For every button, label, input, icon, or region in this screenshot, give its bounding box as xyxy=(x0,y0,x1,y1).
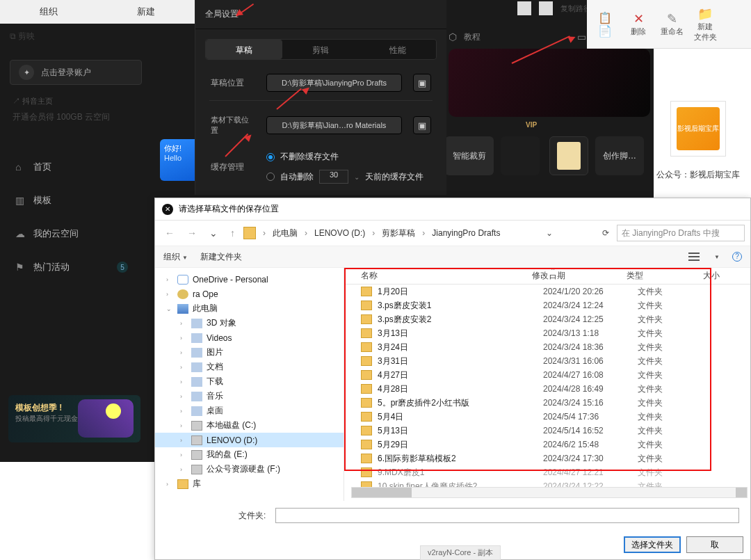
folder-tree[interactable]: ›OneDrive - Personal›ra Ope⌄此电脑›3D 对象›Vi… xyxy=(155,268,344,501)
tree-node[interactable]: ›Videos xyxy=(155,330,344,345)
promo-banner[interactable]: 模板创想季 ! 投稿最高得千元现金 xyxy=(8,395,140,442)
login-button[interactable]: ✦ 点击登录账户 xyxy=(10,60,142,85)
cache-opt-auto[interactable]: 自动删除 30 ⌄ 天前的缓存文件 xyxy=(266,170,423,184)
tree-node[interactable]: ›本地磁盘 (C:) xyxy=(155,418,344,433)
breadcrumb-folder2[interactable]: JianyingPro Drafts xyxy=(432,228,500,238)
nav-refresh-button[interactable]: ⟳ xyxy=(599,228,613,238)
tree-node[interactable]: ›公众号资源硬盘 (F:) xyxy=(155,462,344,477)
tile-smartcrop[interactable]: 智能裁剪 xyxy=(445,136,494,175)
cube-icon[interactable]: ⬡ xyxy=(449,31,457,42)
nav-history-button[interactable]: ⌄ xyxy=(205,227,222,239)
tree-node[interactable]: ›我的盘 (E:) xyxy=(155,447,344,462)
taskbar-pill[interactable]: v2rayN-Core - 副本 xyxy=(420,545,501,560)
tile-thumb-1[interactable] xyxy=(501,136,540,175)
expand-icon[interactable]: › xyxy=(166,276,173,283)
col-date[interactable]: 修改日期 xyxy=(532,270,627,282)
toolbar-organize[interactable]: 组织▼ xyxy=(163,251,188,263)
list-row[interactable]: 4月28日2024/4/28 16:49文件夹 xyxy=(344,382,750,396)
list-row[interactable]: 6.国际剪影草稿模板22024/3/24 17:30文件夹 xyxy=(344,451,750,465)
expand-icon[interactable]: › xyxy=(180,364,187,371)
folder-input[interactable] xyxy=(275,508,739,523)
list-row[interactable]: 5。pr磨皮插件2小红书版2024/3/24 15:16文件夹 xyxy=(344,396,750,410)
split-handle[interactable]: ⌃ xyxy=(547,268,558,275)
cancel-button[interactable]: 取 xyxy=(686,536,743,553)
scroll-right[interactable] xyxy=(736,488,747,497)
ribbon-delete[interactable]: ✕删除 xyxy=(624,11,652,37)
chat-icon[interactable]: ▭ xyxy=(577,31,586,42)
tree-node[interactable]: ›ra Ope xyxy=(155,287,344,301)
top-tab-org[interactable]: 组织 xyxy=(0,6,97,18)
breadcrumb-drop[interactable]: ⌄ xyxy=(546,228,553,238)
tree-node[interactable]: ›音乐 xyxy=(155,389,344,403)
scroll-thumb[interactable] xyxy=(352,488,412,497)
cache-opt-keep[interactable]: 不删除缓存文件 xyxy=(266,151,423,163)
list-row[interactable]: 3月13日2024/3/13 1:18文件夹 xyxy=(344,326,750,340)
view-mode-button[interactable] xyxy=(688,253,700,261)
nav-forward-button[interactable]: → xyxy=(183,227,201,239)
tile-script[interactable]: 创作脚… xyxy=(595,136,644,175)
mat-browse-button[interactable]: ▣ xyxy=(413,116,431,134)
tree-node[interactable]: ›文档 xyxy=(155,360,344,374)
tree-node[interactable]: ›下载 xyxy=(155,374,344,389)
sidebar-item-home[interactable]: ⌂ 首页 xyxy=(0,150,146,184)
nav-back-button[interactable]: ← xyxy=(161,227,179,239)
expand-icon[interactable]: › xyxy=(180,408,187,415)
tree-node[interactable]: ›OneDrive - Personal xyxy=(155,272,344,287)
col-size[interactable]: 大小 xyxy=(703,270,720,282)
breadcrumb-folder1[interactable]: 剪影草稿 xyxy=(382,227,415,239)
tree-node[interactable]: ›图片 xyxy=(155,345,344,360)
list-row[interactable]: 3月24日2024/3/24 18:36文件夹 xyxy=(344,340,750,354)
tab-edit[interactable]: 剪辑 xyxy=(282,40,359,59)
expand-icon[interactable]: › xyxy=(166,291,173,298)
horizontal-scrollbar[interactable] xyxy=(351,487,748,498)
tile-thumb-2[interactable] xyxy=(549,136,588,175)
ribbon-rename[interactable]: ✎重命名 xyxy=(658,11,686,37)
expand-icon[interactable]: › xyxy=(180,393,187,400)
breadcrumb-pc[interactable]: 此电脑 xyxy=(273,227,298,239)
list-row[interactable]: 3月31日2024/3/31 16:06文件夹 xyxy=(344,354,750,368)
list-row[interactable]: 3.ps磨皮安装22024/3/24 12:25文件夹 xyxy=(344,312,750,326)
select-folder-button[interactable]: 选择文件夹 xyxy=(624,536,681,553)
nav-up-button[interactable]: ↑ xyxy=(226,227,239,239)
list-row[interactable]: 5月13日2024/5/14 16:52文件夹 xyxy=(344,424,750,438)
col-name[interactable]: 名称 xyxy=(361,270,532,282)
sidebar-thumb-card[interactable]: 影视后期宝库 xyxy=(670,101,726,157)
tab-perf[interactable]: 性能 xyxy=(360,40,436,59)
douyin-home-link[interactable]: ↗ 抖音主页 xyxy=(13,96,53,106)
tree-node[interactable]: ›库 xyxy=(155,477,344,491)
list-row[interactable]: 3.ps磨皮安装12024/3/24 12:24文件夹 xyxy=(344,298,750,312)
ribbon-newfolder[interactable]: 📁新建 文件夹 xyxy=(691,6,719,42)
tree-node[interactable]: ›LENOVO (D:) xyxy=(155,433,344,447)
list-row[interactable]: 5月4日2024/5/4 17:36文件夹 xyxy=(344,410,750,424)
copy-icon[interactable]: 📄 xyxy=(598,24,612,38)
breadcrumb-drive[interactable]: LENOVO (D:) xyxy=(314,228,365,238)
list-row[interactable]: 5月29日2024/6/2 15:48文件夹 xyxy=(344,438,750,451)
top-tab-new[interactable]: 新建 xyxy=(97,6,195,18)
tree-node[interactable]: ⌄此电脑 xyxy=(155,301,344,316)
tab-draft[interactable]: 草稿 xyxy=(206,40,282,59)
col-type[interactable]: 类型 xyxy=(627,270,703,282)
paste-icon[interactable]: 📋 xyxy=(598,11,612,24)
sidebar-item-cloud[interactable]: ☁ 我的云空间 xyxy=(0,217,146,250)
expand-icon[interactable]: › xyxy=(180,349,187,356)
list-rows[interactable]: 1月20日2024/1/20 20:26文件夹3.ps磨皮安装12024/3/2… xyxy=(344,285,750,501)
view-mode-drop[interactable]: ▼ xyxy=(714,254,720,260)
help-icon[interactable]: ? xyxy=(732,252,742,262)
expand-icon[interactable]: ⌄ xyxy=(166,305,173,312)
expand-icon[interactable]: › xyxy=(180,451,187,458)
expand-icon[interactable]: › xyxy=(180,335,187,342)
expand-icon[interactable]: › xyxy=(166,481,173,488)
search-input[interactable]: 在 JianyingPro Drafts 中搜 xyxy=(617,225,745,241)
expand-icon[interactable]: › xyxy=(180,466,187,473)
sidebar-item-activities[interactable]: ⚑ 热门活动 5 xyxy=(0,250,146,284)
list-row[interactable]: 1月20日2024/1/20 20:26文件夹 xyxy=(344,285,750,298)
tree-node[interactable]: ›桌面 xyxy=(155,403,344,418)
tree-node[interactable]: ›3D 对象 xyxy=(155,316,344,330)
expand-icon[interactable]: › xyxy=(180,437,187,444)
sidebar-item-templates[interactable]: ▥ 模板 xyxy=(0,184,146,217)
ribbon-small-icon[interactable] xyxy=(539,1,553,15)
expand-icon[interactable]: › xyxy=(180,320,187,327)
list-row[interactable]: 4月27日2024/4/27 16:08文件夹 xyxy=(344,368,750,382)
list-row[interactable]: 9.MDX磨皮12024/4/27 12:21文件夹 xyxy=(344,465,750,479)
ribbon-small-icon[interactable] xyxy=(517,1,531,15)
